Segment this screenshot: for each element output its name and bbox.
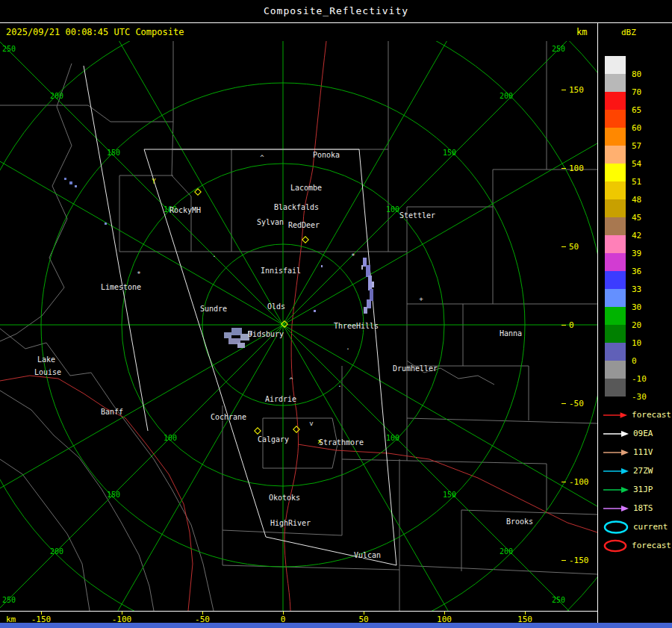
title-bar: Composite_Reflectivity [0,0,672,23]
precip-echo [105,223,107,225]
colorbar-value: 51 [632,177,641,187]
precip-echo [224,332,231,338]
legend-item: 27ZW [603,461,671,480]
legend-label: current [633,522,668,532]
colorbar-value: -30 [632,392,647,402]
31jp-arrow-icon [603,485,629,494]
colorbar-value: 33 [632,285,641,294]
colorbar-swatch [605,253,626,271]
azimuth-line [283,41,500,325]
azimuth-line [283,41,589,325]
azimuth-line [66,325,283,611]
colorbar-swatch [605,325,626,343]
legend-label: 09EA [633,429,653,438]
legend-label: 18TS [633,503,653,513]
colorbar-swatch [605,343,626,361]
km-unit-top: km [576,27,587,37]
precip-echo [361,265,363,270]
forecast-arrow-icon [603,411,628,420]
colorbar-value: 10 [632,338,641,348]
precip-echo [248,331,252,335]
azimuth-line [66,41,283,325]
colorbar: 807065605754514845423936333020100-10-30 [605,56,671,407]
legend-item: 09EA [603,424,671,443]
legend: forecast09EA111V27ZW31JP18TScurrentforec… [603,405,671,555]
side-panel: dBZ 807065605754514845423936333020100-10… [598,23,672,623]
horizontal-scrollbar[interactable] [0,623,672,628]
radar-coverage-outline [84,66,396,565]
window-title: Composite_Reflectivity [0,0,672,22]
azimuth-lines [0,41,597,611]
radar-map[interactable]: 1001502002501001502002501001502002501001… [0,41,597,611]
colorbar-value: 65 [632,105,641,115]
legend-item: forecast [603,405,671,424]
precip-echo [75,185,77,187]
forecast-ellipse-icon [603,538,628,553]
111v-arrow-icon [603,448,629,457]
legend-label: forecast [632,410,671,420]
colorbar-value: 42 [632,231,641,240]
colorbar-value: 80 [632,69,641,79]
highway-lines [0,41,597,611]
colorbar-value: 70 [632,87,641,97]
colorbar-swatch [605,271,626,289]
legend-item: 18TS [603,499,671,517]
colorbar-title: dBZ [621,28,636,37]
range-rings [0,41,597,611]
colorbar-swatch [605,56,626,74]
current-ellipse-icon [603,520,629,535]
colorbar-value: 60 [632,123,641,133]
precip-echo [64,178,66,180]
colorbar-swatch [605,289,626,307]
legend-label: forecast [632,541,671,550]
colorbar-swatch [605,307,626,325]
precip-echo [69,181,72,184]
precip-echo [237,343,245,348]
legend-label: 31JP [633,485,653,494]
colorbar-value: 57 [632,141,641,151]
colorbar-value: 54 [632,159,641,169]
precip-echo [364,307,367,314]
colorbar-swatch [605,110,626,128]
colorbar-swatch [605,235,626,253]
precip-echo [321,265,323,267]
colorbar-swatch [605,379,626,397]
precip-echo [366,265,370,277]
range-ring [0,41,597,611]
range-ring [0,41,597,611]
legend-item: 31JP [603,480,671,499]
colorbar-swatch [605,92,626,110]
radar-application-window: { "window": { "title": "Composite_Reflec… [0,0,672,628]
colorbar-value: 48 [632,195,641,205]
colorbar-swatch [605,128,626,146]
precip-echo [231,328,242,335]
colorbar-swatch [605,361,626,379]
colorbar-swatch [605,217,626,235]
legend-label: 27ZW [633,466,653,476]
precip-echo [372,282,374,287]
colorbar-swatch [605,199,626,217]
azimuth-line [0,325,283,611]
precip-echoes [64,178,374,348]
colorbar-swatch [605,74,626,92]
precip-echo [368,276,372,290]
timestamp-label: 2025/09/21 00:08:45 UTC Composite [6,27,184,37]
azimuth-line [0,325,283,541]
colorbar-value: 36 [632,267,641,276]
azimuth-line [0,108,283,325]
legend-item: 111V [603,443,671,461]
colorbar-value: 30 [632,302,641,312]
colorbar-value: 20 [632,320,641,330]
bottom-axis: km -150-100-50050100150 [0,612,597,623]
county-boundaries [0,41,597,611]
radar-map-canvas [0,41,597,611]
27zw-arrow-icon [603,467,629,476]
precip-echo [314,310,316,312]
precip-echo [370,289,373,301]
legend-item: forecast [603,536,671,555]
18ts-arrow-icon [603,504,629,513]
colorbar-value: 39 [632,249,641,258]
09ea-arrow-icon [603,429,629,438]
colorbar-swatch [605,181,626,199]
colorbar-swatch [605,146,626,164]
